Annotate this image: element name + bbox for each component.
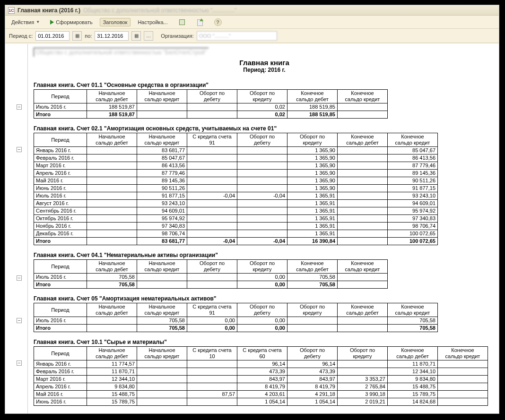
value-cell: [87, 325, 137, 332]
value-cell: [187, 177, 237, 185]
col-header: Оборот подебету: [187, 260, 237, 274]
table-row: Июнь 2016 г.15 789,751 054,141 054,142 0…: [34, 398, 488, 406]
toolbar: Действия ▼ Сформировать Заголовок Настро…: [5, 16, 499, 29]
collapse-toggle[interactable]: −: [17, 275, 22, 281]
period-to-label: по:: [85, 33, 92, 39]
value-cell: [237, 200, 287, 207]
value-cell: 89 145,36: [388, 170, 438, 177]
period-cell: Июль 2016 г.: [34, 192, 87, 200]
col-header: Начальноесальдо дебет: [87, 133, 137, 147]
col-header: Начальноесальдо дебет: [87, 260, 137, 274]
value-cell: [87, 200, 137, 207]
value-cell: [87, 185, 137, 192]
date-from-picker[interactable]: ▦: [72, 31, 82, 41]
collapse-toggle[interactable]: −: [17, 318, 22, 323]
value-cell: [338, 192, 388, 200]
value-cell: 1 365,90: [287, 147, 338, 154]
value-cell: -0,04: [237, 238, 287, 245]
value-cell: 1 365,90: [287, 170, 338, 177]
value-cell: [438, 360, 488, 368]
value-cell: [237, 207, 287, 215]
value-cell: [137, 281, 187, 289]
value-cell: 4 291,18: [287, 391, 338, 398]
value-cell: [338, 170, 388, 177]
col-header: Начальноесальдо кредит: [137, 347, 187, 360]
value-cell: 89 145,36: [137, 177, 187, 185]
org-label: Организация:: [161, 33, 193, 39]
generate-button[interactable]: Сформировать: [47, 18, 96, 26]
value-cell: 1 365,90: [287, 177, 338, 185]
value-cell: [338, 215, 388, 223]
value-cell: [187, 223, 237, 230]
period-cell: Март 2016 г.: [34, 162, 87, 170]
period-choose-button[interactable]: …: [144, 31, 153, 41]
table-row: Февраль 2016 г.11 870,71473,39473,3912 3…: [34, 368, 488, 376]
value-cell: 86 413,56: [137, 162, 187, 170]
header-label: Заголовок: [103, 19, 128, 25]
table-row: Июль 2016 г.705,580,00705,58: [34, 274, 388, 281]
col-header: Период: [34, 303, 87, 317]
value-cell: [187, 207, 237, 215]
value-cell: 93 243,10: [388, 192, 438, 200]
table-row: Декабрь 2016 г.98 706,741 365,91100 072,…: [34, 230, 438, 238]
help-button[interactable]: ?: [211, 17, 225, 27]
value-cell: 15 488,75: [87, 391, 137, 398]
collapse-toggle[interactable]: −: [17, 104, 22, 110]
value-cell: 2 765,84: [338, 383, 388, 391]
col-header: Период: [34, 260, 87, 274]
app-window: 1C Главная книга (2016 г.) Общество с до…: [5, 5, 499, 414]
period-cell: Октябрь 2016 г.: [34, 215, 87, 223]
value-cell: 0,02: [237, 111, 287, 119]
value-cell: [187, 170, 237, 177]
value-cell: [338, 368, 388, 376]
value-cell: 843,97: [287, 376, 338, 383]
org-input[interactable]: ООО "..........": [197, 31, 277, 41]
header-toggle[interactable]: Заголовок: [100, 18, 131, 26]
export-button[interactable]: [193, 17, 207, 27]
value-cell: [237, 185, 287, 192]
date-from-input[interactable]: 01.01.2016: [35, 31, 70, 41]
value-cell: [237, 230, 287, 238]
value-cell: [137, 274, 187, 281]
col-header: Оборот покредиту: [287, 133, 338, 147]
value-cell: [87, 192, 137, 200]
period-cell: Июль 2016 г.: [34, 317, 87, 325]
col-header: С кредита счета10: [187, 347, 237, 360]
value-cell: 11 870,71: [87, 368, 137, 376]
value-cell: 97 340,83: [388, 215, 438, 223]
value-cell: -0,04: [187, 192, 237, 200]
total-row: Итого705,580,000,00705,58: [34, 325, 438, 332]
value-cell: [338, 200, 388, 207]
value-cell: [87, 230, 137, 238]
value-cell: [137, 383, 187, 391]
table-row: Июль 2016 г.188 519,870,02188 519,85: [34, 103, 388, 111]
collapse-toggle[interactable]: −: [17, 360, 22, 366]
value-cell: 12 344,10: [388, 368, 438, 376]
settings-button[interactable]: Настройка...: [134, 18, 171, 26]
report-area: − − − − − Общество с дополнительной отве…: [5, 44, 499, 413]
collapse-toggle[interactable]: −: [17, 147, 22, 152]
col-header: Оборот покредиту: [338, 347, 388, 360]
value-cell: 0,02: [237, 103, 287, 111]
value-cell: [338, 274, 388, 281]
table-row: Январь 2016 г.11 774,5796,1496,1411 870,…: [34, 360, 488, 368]
value-cell: 473,39: [287, 368, 338, 376]
value-cell: 0,00: [187, 317, 237, 325]
period-cell: Итого: [34, 281, 87, 289]
value-cell: 705,58: [87, 274, 137, 281]
value-cell: 96,14: [237, 360, 287, 368]
value-cell: [187, 360, 237, 368]
value-cell: 85 047,67: [388, 147, 438, 154]
value-cell: [438, 383, 488, 391]
configure-icon: [178, 18, 186, 26]
export-icon: [196, 18, 204, 26]
period-cell: Май 2016 г.: [34, 177, 87, 185]
value-cell: [87, 223, 137, 230]
value-cell: [237, 154, 287, 162]
col-header: Период: [34, 90, 87, 103]
date-to-input[interactable]: 31.12.2016: [95, 31, 129, 41]
col-header: Период: [34, 347, 87, 360]
date-to-picker[interactable]: ▦: [131, 31, 141, 41]
configure-button[interactable]: [175, 17, 189, 27]
actions-menu[interactable]: Действия ▼: [8, 18, 43, 26]
